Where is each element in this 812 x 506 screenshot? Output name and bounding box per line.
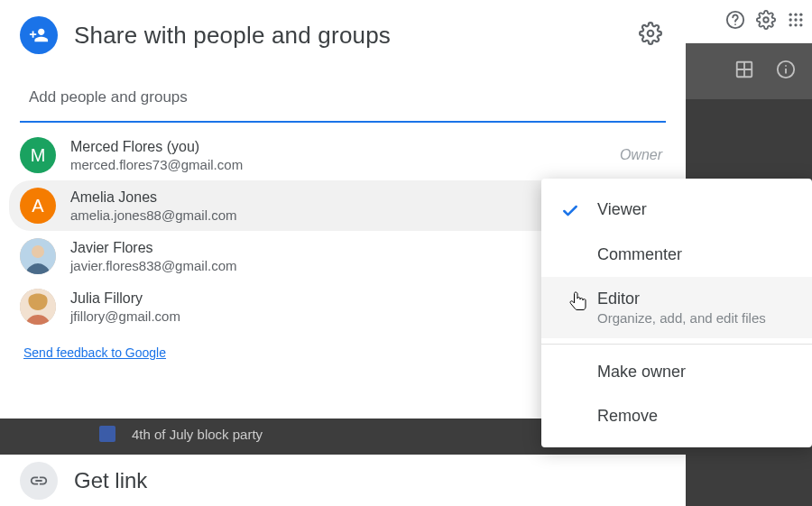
share-header-icon — [20, 16, 58, 54]
svg-point-5 — [799, 13, 802, 15]
dialog-settings-button[interactable] — [639, 22, 662, 49]
svg-point-3 — [789, 13, 792, 15]
role-option-commenter[interactable]: Commenter — [541, 233, 812, 277]
grid-view-icon[interactable] — [734, 60, 754, 83]
action-label: Make owner — [597, 363, 686, 382]
svg-point-15 — [785, 65, 787, 67]
person-email: merced.flores73@gmail.com — [70, 157, 605, 172]
role-action-make-owner[interactable]: Make owner — [541, 350, 812, 394]
add-people-placeholder: Add people and groups — [29, 88, 188, 106]
svg-point-6 — [789, 18, 792, 21]
svg-point-8 — [799, 18, 802, 21]
person-name: Merced Flores (you) — [70, 139, 605, 155]
role-sublabel: Organize, add, and edit files — [597, 310, 766, 326]
get-link-title: Get link — [74, 468, 147, 493]
role-label: Commenter — [597, 245, 682, 264]
role-action-remove[interactable]: Remove — [541, 394, 812, 438]
svg-point-9 — [789, 23, 792, 26]
secondary-topbar-icons — [686, 43, 812, 99]
role-option-editor[interactable]: Editor Organize, add, and edit files — [541, 277, 812, 338]
background-file-row: 4th of July block party — [99, 426, 263, 442]
help-icon[interactable] — [725, 10, 745, 33]
svg-point-18 — [32, 245, 44, 258]
svg-point-1 — [734, 23, 736, 25]
svg-point-7 — [794, 18, 797, 21]
person-role: Owner — [620, 147, 662, 163]
svg-point-16 — [648, 31, 654, 37]
avatar — [20, 289, 56, 325]
file-name-partial: 4th of July block party — [132, 427, 263, 442]
topbar-icons — [686, 0, 812, 43]
role-label: Editor — [597, 290, 766, 308]
svg-point-10 — [794, 23, 797, 26]
dialog-title: Share with people and groups — [74, 22, 623, 50]
role-label: Viewer — [597, 200, 647, 219]
svg-point-11 — [799, 23, 802, 26]
role-option-viewer[interactable]: Viewer — [541, 188, 812, 233]
feedback-link[interactable]: Send feedback to Google — [23, 345, 166, 360]
file-type-icon — [99, 426, 115, 442]
get-link-section[interactable]: Get link — [0, 455, 686, 506]
settings-icon[interactable] — [756, 10, 776, 33]
person-row-owner: M Merced Flores (you) merced.flores73@gm… — [0, 130, 686, 180]
add-people-input[interactable]: Add people and groups — [20, 69, 666, 123]
dropdown-separator — [541, 344, 812, 345]
link-icon — [20, 462, 58, 500]
svg-point-4 — [794, 13, 797, 15]
avatar: M — [20, 137, 56, 173]
action-label: Remove — [597, 407, 658, 426]
avatar: A — [20, 188, 56, 224]
svg-point-2 — [763, 17, 769, 23]
check-icon — [559, 200, 581, 220]
info-icon[interactable] — [776, 60, 796, 83]
role-dropdown: Viewer Commenter Editor Organize, add, a… — [541, 179, 812, 447]
avatar — [20, 238, 56, 274]
apps-icon[interactable] — [787, 11, 805, 32]
